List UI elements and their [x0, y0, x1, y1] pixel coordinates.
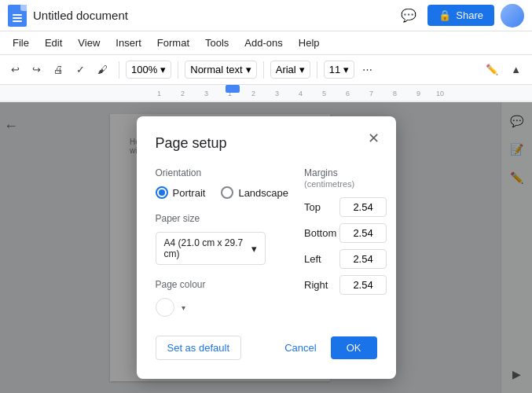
right-label: Right: [304, 279, 339, 291]
toolbar-separator-3: [263, 61, 264, 79]
chevron-down-icon: ▾: [251, 243, 257, 255]
margins-unit: (centimetres): [304, 179, 354, 189]
title-bar: Untitled document 💬 🔒 Share: [0, 0, 532, 31]
bottom-margin-row: Bottom: [304, 223, 387, 243]
menu-view[interactable]: View: [72, 34, 106, 52]
redo-button[interactable]: ↪: [28, 61, 46, 79]
dialog-right-col: Margins (centimetres) Top Bottom: [304, 167, 387, 317]
menu-file[interactable]: File: [6, 34, 35, 52]
comment-icon[interactable]: 💬: [396, 3, 421, 28]
bottom-input[interactable]: [339, 223, 387, 243]
right-input[interactable]: [339, 275, 387, 295]
zoom-dropdown[interactable]: 100% ▾: [126, 61, 171, 79]
menu-addons[interactable]: Add-ons: [238, 34, 288, 52]
svg-text:10: 10: [436, 90, 444, 97]
set-as-default-button[interactable]: Set as default: [156, 336, 242, 360]
collapse-button[interactable]: ▲: [506, 61, 526, 79]
svg-text:3: 3: [275, 90, 279, 97]
ruler: 1 2 3 1 2 3 4 5 6 7 8 9 10: [0, 85, 532, 102]
menu-tools[interactable]: Tools: [199, 34, 235, 52]
orientation-label: Orientation: [156, 167, 289, 178]
menu-edit[interactable]: Edit: [39, 34, 68, 52]
colour-picker: ▾: [156, 298, 289, 317]
svg-text:3: 3: [204, 90, 208, 97]
top-input[interactable]: [339, 197, 387, 217]
toolbar: ↩ ↪ 🖨 ✓ 🖌 100% ▾ Normal text ▾ Arial ▾ 1…: [0, 55, 532, 85]
svg-text:2: 2: [251, 90, 255, 97]
right-margin-row: Right: [304, 275, 387, 295]
portrait-radio[interactable]: [156, 186, 168, 199]
undo-button[interactable]: ↩: [6, 61, 24, 79]
size-dropdown[interactable]: 11 ▾: [324, 61, 354, 79]
dialog-body: Orientation Portrait Landscape Paper siz…: [156, 167, 377, 317]
dialog-title: Page setup: [156, 135, 377, 152]
left-input[interactable]: [339, 249, 387, 269]
toolbar-separator-4: [317, 61, 317, 79]
landscape-label: Landscape: [238, 187, 288, 199]
svg-text:4: 4: [299, 90, 303, 97]
colour-dropdown-button[interactable]: ▾: [178, 301, 190, 314]
avatar[interactable]: [501, 4, 524, 28]
paper-size-dropdown[interactable]: A4 (21.0 cm x 29.7 cm) ▾: [156, 232, 266, 265]
menu-insert[interactable]: Insert: [109, 34, 148, 52]
paper-size-label: Paper size: [156, 213, 289, 224]
paper-size-value: A4 (21.0 cm x 29.7 cm): [164, 237, 251, 259]
top-margin-row: Top: [304, 197, 387, 217]
portrait-label: Portrait: [173, 187, 206, 199]
doc-area: ← Headings that you add to the do... wil…: [0, 102, 532, 393]
svg-text:1: 1: [157, 90, 161, 97]
svg-text:6: 6: [346, 90, 350, 97]
menu-help[interactable]: Help: [292, 34, 326, 52]
svg-rect-0: [0, 85, 532, 102]
font-dropdown[interactable]: Arial ▾: [270, 61, 310, 79]
page-setup-dialog: Page setup ✕ Orientation Portrait Lands: [137, 116, 396, 379]
toolbar-separator-2: [178, 61, 178, 79]
menu-bar: File Edit View Insert Format Tools Add-o…: [0, 31, 532, 55]
share-button[interactable]: 🔒 Share: [427, 5, 494, 26]
toolbar-separator: [119, 61, 119, 79]
landscape-option[interactable]: Landscape: [221, 186, 288, 199]
modal-overlay: Page setup ✕ Orientation Portrait Lands: [0, 102, 532, 393]
edit-pen-button[interactable]: ✏️: [481, 61, 503, 79]
ok-button[interactable]: OK: [331, 336, 377, 359]
dialog-left-col: Orientation Portrait Landscape Paper siz…: [156, 167, 289, 317]
print-button[interactable]: 🖨: [49, 61, 68, 79]
svg-text:5: 5: [322, 90, 326, 97]
svg-text:2: 2: [181, 90, 185, 97]
svg-text:7: 7: [369, 90, 373, 97]
left-margin-row: Left: [304, 249, 387, 269]
dialog-footer: Set as default Cancel OK: [156, 336, 377, 360]
cancel-button[interactable]: Cancel: [273, 336, 327, 359]
document-title[interactable]: Untitled document: [33, 9, 390, 22]
margins-label: Margins (centimetres): [304, 167, 387, 189]
spellcheck-button[interactable]: ✓: [72, 61, 90, 79]
orientation-options: Portrait Landscape: [156, 186, 289, 199]
menu-format[interactable]: Format: [151, 34, 196, 52]
svg-text:8: 8: [393, 90, 397, 97]
more-options-button[interactable]: ⋯: [358, 61, 377, 79]
svg-text:9: 9: [416, 90, 420, 97]
paint-format-button[interactable]: 🖌: [93, 61, 112, 79]
bottom-label: Bottom: [304, 227, 339, 239]
style-dropdown[interactable]: Normal text ▾: [185, 61, 256, 79]
portrait-option[interactable]: Portrait: [156, 186, 206, 199]
close-button[interactable]: ✕: [365, 129, 383, 148]
colour-swatch[interactable]: [156, 298, 174, 317]
left-label: Left: [304, 253, 339, 265]
title-actions: 💬 🔒 Share: [396, 3, 524, 28]
footer-right-actions: Cancel OK: [273, 336, 376, 359]
app-icon: [8, 5, 27, 27]
landscape-radio[interactable]: [221, 186, 233, 199]
svg-rect-15: [226, 85, 240, 93]
top-label: Top: [304, 201, 339, 213]
page-colour-label: Page colour: [156, 279, 289, 290]
